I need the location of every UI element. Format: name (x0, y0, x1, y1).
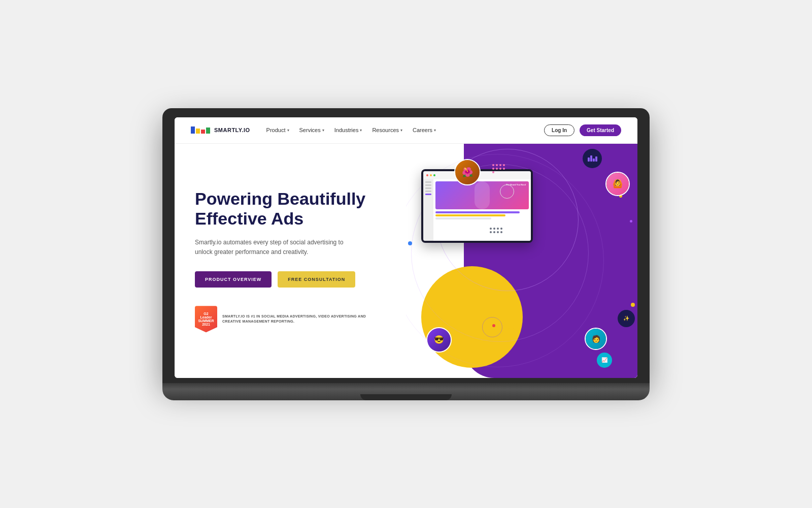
login-button[interactable]: Log In (544, 124, 574, 136)
sidebar-item (425, 184, 431, 186)
laptop-base (162, 389, 650, 400)
avatar-inner-2: 🙆 (606, 173, 629, 195)
avatar-teal: 🧑 (585, 328, 607, 350)
dot (493, 231, 495, 233)
navbar: SMARTLY.IO Product ▾ Services ▾ Industri… (175, 117, 637, 144)
inner-bars (435, 211, 529, 219)
inner-body: The Brand You Need (423, 179, 531, 241)
sidebar-item-active (425, 194, 431, 195)
avatar-emoji: 🌺 (462, 167, 473, 178)
chevron-down-icon: ▾ (400, 128, 402, 133)
bar-yellow (435, 214, 505, 216)
product-overview-button[interactable]: PRODUCT OVERVIEW (195, 271, 272, 288)
g2-description: SMARTLY.IO IS #1 IN SOCIAL MEDIA ADVERTI… (222, 314, 386, 325)
bar-purple (435, 211, 520, 213)
inner-main: The Brand You Need (433, 179, 531, 241)
g2-season: SUMMER (198, 319, 214, 323)
dot-grid-container (492, 164, 505, 173)
hero-visual: The Brand You Need (406, 144, 637, 378)
avatar-inner-4: 🧑 (586, 329, 606, 349)
inner-screen: The Brand You Need (423, 171, 531, 241)
nav-item-product[interactable]: Product ▾ (266, 127, 289, 133)
avatar-emoji-4: 🧑 (592, 335, 600, 343)
dot-yellow (430, 174, 432, 176)
ring-outline-bottom (482, 317, 502, 337)
chevron-down-icon: ▾ (360, 128, 362, 133)
dot-grid-middle (490, 228, 502, 233)
laptop-device: SMARTLY.IO Product ▾ Services ▾ Industri… (162, 108, 650, 400)
logo-block-green (206, 128, 210, 134)
dot (490, 228, 492, 230)
avatar-top-right: 🙆 (605, 172, 630, 196)
nav-item-careers[interactable]: Careers ▾ (413, 127, 436, 133)
dot (492, 164, 494, 166)
yellow-circle-small (507, 328, 515, 335)
inner-banner: The Brand You Need (435, 181, 529, 209)
dot (499, 168, 501, 170)
bar-gray (435, 217, 491, 219)
nav-item-resources[interactable]: Resources ▾ (372, 127, 402, 133)
get-started-button[interactable]: Get Started (580, 124, 621, 136)
logo-block-yellow (196, 129, 200, 134)
dot (503, 164, 505, 166)
bar-3 (593, 158, 595, 162)
chevron-down-icon: ▾ (434, 128, 436, 133)
inner-sidebar (423, 179, 433, 241)
sidebar-item (425, 190, 431, 192)
dot-grid-top (492, 164, 505, 173)
bar-chart-mini (586, 153, 599, 164)
bar-1 (588, 157, 590, 162)
avatar-sunglasses: 😎 (426, 327, 452, 353)
nav-actions: Log In Get Started (544, 124, 621, 136)
g2-badge: G2 Leader SUMMER 2021 SMARTLY.IO IS #1 I… (195, 306, 386, 332)
chevron-down-icon: ▾ (287, 128, 289, 133)
hero-section: Powering Beautifully Effective Ads Smart… (175, 144, 637, 378)
screen-bezel: SMARTLY.IO Product ▾ Services ▾ Industri… (162, 108, 650, 383)
dot (496, 168, 498, 170)
logo[interactable]: SMARTLY.IO (191, 126, 250, 134)
dot-red (426, 174, 428, 176)
nav-links: Product ▾ Services ▾ Industries ▾ Reso (266, 127, 544, 133)
hero-subtitle: Smartly.io automates every step of socia… (195, 238, 357, 257)
ring-outline-left (500, 184, 514, 199)
dot (492, 168, 494, 170)
g2-logo: G2 (204, 312, 208, 315)
g2-shield: G2 Leader SUMMER 2021 (195, 306, 217, 332)
dot (499, 164, 501, 166)
purple-dot-right (630, 220, 632, 223)
free-consultation-button[interactable]: FREE CONSULTATION (278, 271, 355, 288)
avatar-emoji-3: 😎 (434, 335, 444, 344)
dot (503, 168, 505, 170)
stats-circle (583, 149, 602, 168)
person-silhouette (475, 181, 490, 209)
dot-grid-2 (490, 228, 502, 233)
sidebar-item (425, 187, 431, 189)
laptop-screen: SMARTLY.IO Product ▾ Services ▾ Industri… (175, 117, 637, 378)
nav-item-services[interactable]: Services ▾ (299, 127, 324, 133)
hero-buttons: PRODUCT OVERVIEW FREE CONSULTATION (195, 271, 386, 288)
dot (497, 228, 499, 230)
avatar-flower-crown: 🌺 (454, 159, 481, 185)
dot (497, 231, 499, 233)
avatar-inner: 🌺 (455, 160, 480, 184)
logo-text: SMARTLY.IO (214, 127, 250, 133)
g2-leader-label: Leader (200, 315, 212, 319)
dot (490, 231, 492, 233)
chart-icon: 📈 (601, 357, 607, 363)
nav-item-industries[interactable]: Industries ▾ (334, 127, 362, 133)
sparkle-icon: ✨ (618, 310, 635, 327)
logo-block-red (201, 130, 205, 134)
hero-content: Powering Beautifully Effective Ads Smart… (175, 144, 406, 378)
bar-4 (595, 156, 597, 162)
logo-icon (191, 126, 210, 134)
dot-green (433, 174, 435, 176)
sparkle-emoji: ✨ (623, 315, 629, 321)
chart-icon-teal: 📈 (597, 353, 612, 368)
dot (492, 171, 494, 173)
bar-2 (590, 155, 592, 162)
hero-title: Powering Beautifully Effective Ads (195, 189, 386, 229)
avatar-emoji-2: 🙆 (613, 179, 623, 188)
website-container: SMARTLY.IO Product ▾ Services ▾ Industri… (175, 117, 637, 378)
logo-block-blue (191, 126, 195, 134)
sidebar-item (425, 181, 431, 183)
